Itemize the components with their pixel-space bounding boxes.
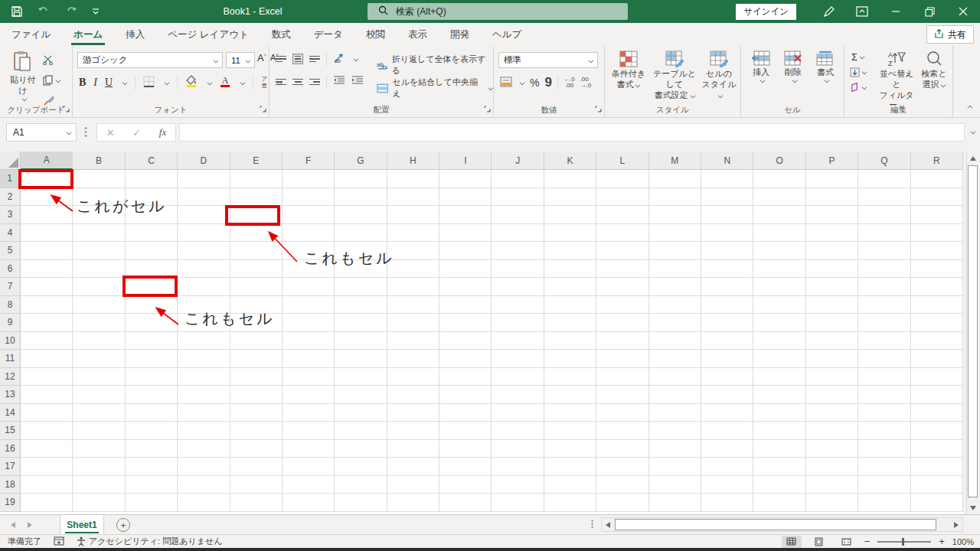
grid-cell-O4[interactable] <box>753 224 805 243</box>
grid-cell-P16[interactable] <box>806 440 858 458</box>
grid-cell-N7[interactable] <box>701 278 753 296</box>
grid-cell-K11[interactable] <box>544 350 596 368</box>
grid-cell-P15[interactable] <box>806 422 858 440</box>
grid-cell-Q18[interactable] <box>858 476 910 494</box>
grid-cell-C1[interactable] <box>126 170 178 188</box>
increase-font-size-button[interactable]: A^ <box>257 52 266 64</box>
column-header-N[interactable]: N <box>701 152 753 170</box>
grid-cell-P2[interactable] <box>806 188 858 207</box>
column-header-O[interactable]: O <box>753 152 805 170</box>
name-box[interactable]: A1 <box>6 123 77 142</box>
column-header-P[interactable]: P <box>806 152 858 170</box>
grid-cell-D14[interactable] <box>178 404 230 422</box>
insert-function-icon[interactable]: fx <box>159 126 166 139</box>
grid-cell-K1[interactable] <box>544 170 596 188</box>
grid-cell-K6[interactable] <box>544 260 596 279</box>
page-layout-view-button[interactable] <box>809 536 829 548</box>
row-header-15[interactable]: 15 <box>0 422 21 440</box>
expand-formula-bar-icon[interactable] <box>971 129 976 135</box>
grid-cell-D16[interactable] <box>178 440 230 458</box>
cell-styles-button[interactable]: セルの スタイル <box>700 51 738 100</box>
clear-button[interactable] <box>849 81 867 93</box>
grid-cell-G13[interactable] <box>335 386 387 404</box>
grid-cell-B16[interactable] <box>73 440 125 458</box>
number-format-combobox[interactable]: 標準 <box>498 52 598 68</box>
grid-cell-H11[interactable] <box>387 350 439 368</box>
enter-icon[interactable]: ✓ <box>132 127 141 139</box>
grid-cell-C16[interactable] <box>126 440 178 458</box>
grid-cell-B9[interactable] <box>73 314 125 332</box>
grid-cell-H2[interactable] <box>387 188 439 207</box>
grid-cell-R11[interactable] <box>911 350 963 368</box>
grid-cell-E2[interactable] <box>230 188 283 207</box>
grid-cell-M3[interactable] <box>649 206 701 224</box>
grid-cell-I7[interactable] <box>439 278 492 296</box>
row-header-7[interactable]: 7 <box>0 278 21 296</box>
grid-cell-F12[interactable] <box>283 368 335 386</box>
grid-cell-O19[interactable] <box>753 494 805 512</box>
grid-cell-Q12[interactable] <box>858 368 910 386</box>
grid-cell-O12[interactable] <box>753 368 805 386</box>
bold-button[interactable]: B <box>79 77 86 89</box>
grid-cell-R3[interactable] <box>911 206 963 224</box>
align-bottom-button[interactable] <box>309 56 320 63</box>
grid-cell-J15[interactable] <box>492 422 544 440</box>
grid-cell-F1[interactable] <box>283 170 335 188</box>
scroll-left-icon[interactable] <box>602 518 614 531</box>
grid-cell-G12[interactable] <box>335 368 387 386</box>
grid-cell-F10[interactable] <box>283 332 335 350</box>
grid-cell-G10[interactable] <box>335 332 387 350</box>
column-header-C[interactable]: C <box>126 152 178 170</box>
grid-cell-B17[interactable] <box>73 458 125 476</box>
grid-cell-Q8[interactable] <box>858 296 910 315</box>
grid-cell-K7[interactable] <box>544 278 596 296</box>
collapse-ribbon-button[interactable] <box>965 102 972 112</box>
column-header-A[interactable]: A <box>21 152 73 170</box>
grid-cell-R12[interactable] <box>911 368 963 386</box>
grid-cell-P10[interactable] <box>806 332 858 350</box>
grid-cell-Q1[interactable] <box>858 170 910 188</box>
row-header-11[interactable]: 11 <box>0 350 21 368</box>
grid-cell-A7[interactable] <box>21 278 73 296</box>
grid-cell-J7[interactable] <box>492 278 544 296</box>
row-header-1[interactable]: 1 <box>0 170 21 188</box>
grid-cell-R5[interactable] <box>911 242 963 260</box>
grid-cell-B13[interactable] <box>73 386 125 404</box>
grid-cell-R19[interactable] <box>911 494 963 512</box>
grid-cell-D11[interactable] <box>178 350 230 368</box>
grid-cell-D6[interactable] <box>178 260 230 279</box>
prev-sheet-icon[interactable] <box>11 522 15 528</box>
grid-cell-H6[interactable] <box>387 260 439 279</box>
grid-cell-R9[interactable] <box>911 314 963 332</box>
grid-cell-L6[interactable] <box>596 260 648 279</box>
grid-cell-B6[interactable] <box>73 260 125 279</box>
column-header-Q[interactable]: Q <box>858 152 910 170</box>
grid-cell-G18[interactable] <box>335 476 387 494</box>
grid-cell-A4[interactable] <box>21 224 73 243</box>
grid-cell-H16[interactable] <box>387 440 439 458</box>
grid-cell-B10[interactable] <box>73 332 125 350</box>
grid-cell-K4[interactable] <box>544 224 596 243</box>
tab-formulas[interactable]: 数式 <box>260 23 302 46</box>
orientation-button[interactable]: ab <box>333 53 345 66</box>
increase-indent-button[interactable] <box>351 76 364 88</box>
restore-button[interactable] <box>913 0 946 23</box>
dialog-launcher-icon[interactable] <box>484 104 491 115</box>
conditional-formatting-button[interactable]: 条件付き 書式 <box>606 51 651 90</box>
underline-button[interactable]: U <box>105 77 113 89</box>
share-button[interactable]: 共有 <box>926 25 974 44</box>
grid-cell-O5[interactable] <box>753 242 805 260</box>
dialog-launcher-icon[interactable] <box>595 104 602 115</box>
macro-record-icon[interactable] <box>54 536 64 547</box>
grid-cell-C17[interactable] <box>126 458 178 476</box>
grid-cell-Q4[interactable] <box>858 224 910 243</box>
grid-cell-D17[interactable] <box>178 458 230 476</box>
grid-cell-A12[interactable] <box>21 368 73 386</box>
grid-cell-H5[interactable] <box>387 242 439 260</box>
grid-cell-J19[interactable] <box>492 494 544 512</box>
dialog-launcher-icon[interactable] <box>63 104 70 115</box>
grid-cell-H10[interactable] <box>387 332 439 350</box>
grid-cell-B7[interactable] <box>73 278 125 296</box>
cancel-icon[interactable]: ✕ <box>106 127 115 139</box>
grid-cell-N6[interactable] <box>701 260 753 279</box>
